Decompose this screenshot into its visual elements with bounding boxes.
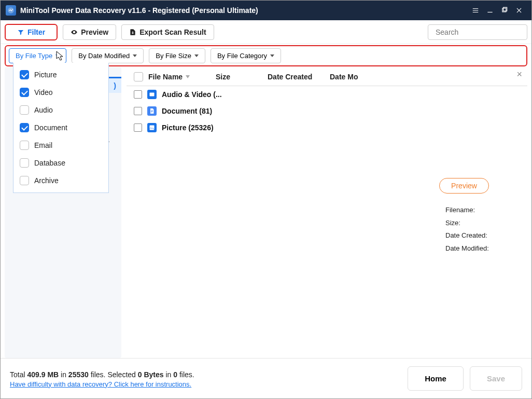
row-checkbox[interactable] [134,123,142,132]
filetype-option-label: Picture [34,71,57,79]
filter-by-file-type[interactable]: By File Type [9,48,66,63]
filetype-option-label: Video [34,88,53,97]
svg-rect-1 [502,8,506,12]
row-label: Document (81) [162,107,212,115]
preview-button[interactable]: Preview [63,24,116,40]
close-icon[interactable] [512,3,526,18]
chevron-down-icon [55,54,60,57]
checkbox-icon[interactable] [20,123,29,132]
filter-by-file-size[interactable]: By File Size [149,48,205,63]
checkbox-icon[interactable] [20,158,29,168]
maximize-icon[interactable] [497,3,512,18]
row-checkbox[interactable] [134,107,142,115]
filter-icon [17,29,24,36]
filetype-option-label: Audio [34,106,53,114]
eye-icon [71,29,78,36]
menu-icon[interactable] [468,3,483,18]
filter-size-label: By File Size [156,52,191,60]
filetype-option-document[interactable]: Document [13,119,108,136]
file-type-dropdown: PictureVideoAudioDocumentEmailDatabaseAr… [13,63,109,193]
chevron-down-icon [133,54,137,57]
checkbox-icon[interactable] [20,88,29,97]
folder-type-icon [147,90,157,99]
app-title: MiniTool Power Data Recovery v11.6 - Reg… [20,6,258,15]
meta-date-created: Date Created: [445,229,520,242]
home-button[interactable]: Home [408,366,464,391]
svg-rect-5 [150,126,155,130]
meta-date-modified: Date Modified: [445,242,520,255]
checkbox-icon[interactable] [20,105,29,115]
row-label: Audio & Video (... [162,90,222,99]
filetype-option-database[interactable]: Database [13,154,108,172]
column-size[interactable]: Size [216,73,262,81]
detail-preview-button[interactable]: Preview [439,178,489,194]
filter-type-label: By File Type [16,52,52,60]
statusbar: Total 409.9 MB in 25530 files. Selected … [1,358,531,398]
sort-desc-icon [186,75,190,78]
meta-size: Size: [445,217,520,230]
row-checkbox[interactable] [134,90,142,99]
filter-category-label: By File Category [217,52,267,60]
detail-pane: × Preview Filename: Size: Date Created: … [401,67,527,358]
file-list-panel: File Name Size Date Created Date Mo Audi… [127,67,527,358]
chevron-down-icon [270,54,274,57]
meta-filename: Filename: [445,204,520,217]
filetype-option-label: Document [34,123,67,132]
column-date-modified[interactable]: Date Mo [330,73,361,81]
export-label: Export Scan Result [139,28,206,36]
preview-label: Preview [81,28,108,36]
minimize-icon[interactable] [483,3,497,18]
filetype-option-picture[interactable]: Picture [13,66,108,84]
sidebar-active-tab[interactable]: ) [108,77,121,93]
svg-rect-4 [150,93,155,97]
svg-rect-2 [503,7,507,11]
filter-date-label: By Date Modified [78,52,130,60]
save-button[interactable]: Save [470,366,522,391]
chevron-down-icon [194,54,199,57]
filter-by-date-modified[interactable]: By Date Modified [72,48,144,63]
folder-type-icon [147,106,157,116]
checkbox-icon[interactable] [20,70,29,79]
checkbox-icon[interactable] [20,141,29,150]
folder-type-icon [147,123,157,132]
filetype-option-archive[interactable]: Archive [13,172,108,189]
filetype-option-email[interactable]: Email [13,136,108,154]
row-label: Picture (25326) [162,123,214,132]
column-date-created[interactable]: Date Created [268,73,325,81]
app-icon [6,5,16,16]
filetype-option-label: Archive [34,176,59,185]
filetype-option-label: Database [34,159,65,167]
close-detail-icon[interactable]: × [516,69,522,80]
filter-by-file-category[interactable]: By File Category [211,48,281,63]
help-link[interactable]: Have difficulty with data recovery? Clic… [10,380,194,388]
search-input[interactable] [436,28,526,36]
checkbox-icon[interactable] [20,176,29,185]
filter-button[interactable]: Filter [5,24,58,40]
export-button[interactable]: Export Scan Result [121,24,214,40]
select-all-checkbox[interactable] [134,72,143,81]
filetype-option-video[interactable]: Video [13,84,108,101]
titlebar: MiniTool Power Data Recovery v11.6 - Reg… [1,1,531,20]
search-box[interactable] [428,24,527,40]
status-summary: Total 409.9 MB in 25530 files. Selected … [10,369,194,380]
toolbar: Filter Preview Export Scan Result [1,20,531,44]
export-icon [129,29,136,36]
column-file-name[interactable]: File Name [148,73,211,81]
detail-meta: Filename: Size: Date Created: Date Modif… [445,204,520,255]
filetype-option-audio[interactable]: Audio [13,101,108,119]
filetype-option-label: Email [34,141,52,149]
filter-label: Filter [27,28,45,36]
